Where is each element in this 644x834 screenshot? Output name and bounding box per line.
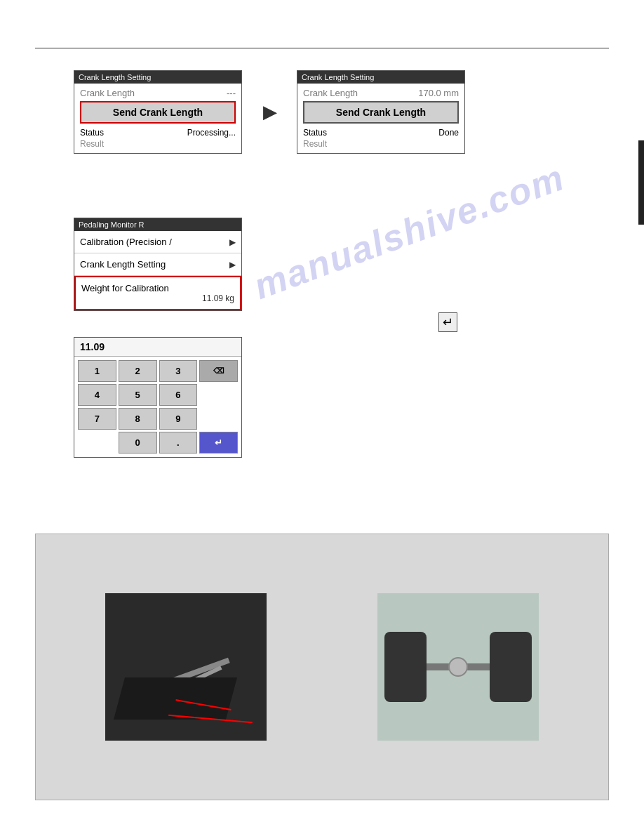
panels-row: Crank Length Setting Crank Length --- Se…	[74, 70, 465, 154]
menu-item-calibration-label: Calibration (Precision /	[80, 237, 172, 247]
key-enter[interactable]: ↵	[199, 432, 238, 454]
top-divider	[35, 48, 609, 48]
panel1-status-row: Status Processing...	[80, 128, 236, 138]
menu-item-crank-label: Crank Length Setting	[80, 259, 166, 270]
panel1-crank-label: Crank Length ---	[80, 88, 236, 98]
enter-icon: ↵	[438, 312, 457, 332]
keypad-display: 11.09	[74, 338, 241, 357]
key-3[interactable]: 3	[159, 360, 198, 382]
panel2-crank-label: Crank Length 170.0 mm	[303, 88, 459, 98]
photo-section	[35, 534, 609, 800]
send-crank-button-1[interactable]: Send Crank Length	[80, 101, 236, 124]
send-crank-button-2[interactable]: Send Crank Length	[303, 101, 459, 124]
key-0[interactable]: 0	[119, 432, 157, 454]
key-4[interactable]: 4	[78, 384, 116, 406]
weight-center	[448, 657, 468, 677]
crank-panel-before: Crank Length Setting Crank Length --- Se…	[74, 70, 242, 154]
menu-item-weight-label: Weight for Calibration	[81, 283, 169, 293]
panel1-result: Result	[80, 139, 236, 149]
key-9[interactable]: 9	[159, 408, 198, 430]
panel2-title: Crank Length Setting	[297, 71, 464, 84]
menu-arrow-calibration: ▶	[229, 237, 236, 247]
panel2-result: Result	[303, 139, 459, 149]
keypad-grid: 1 2 3 ⌫ 4 5 6 7 8 9 0 . ↵	[74, 357, 241, 457]
key-5[interactable]: 5	[119, 384, 157, 406]
panel1-title: Crank Length Setting	[74, 71, 241, 84]
key-dot[interactable]: .	[159, 432, 198, 454]
menu-item-weight[interactable]: Weight for Calibration 11.09 kg	[74, 276, 241, 310]
menu-item-crank[interactable]: Crank Length Setting ▶	[74, 253, 241, 276]
watermark: manualshive.com	[248, 156, 570, 307]
menu-arrow-crank: ▶	[229, 260, 236, 270]
key-empty-1	[199, 384, 238, 406]
key-8[interactable]: 8	[119, 408, 157, 430]
menu-item-weight-value: 11.09 kg	[202, 293, 234, 303]
panel2-status-row: Status Done	[303, 128, 459, 138]
key-1[interactable]: 1	[78, 360, 116, 382]
key-empty-2	[199, 408, 238, 430]
key-6[interactable]: 6	[159, 384, 198, 406]
pedaling-menu: Pedaling Monitor R Calibration (Precisio…	[74, 218, 242, 311]
keypad-container: 11.09 1 2 3 ⌫ 4 5 6 7 8 9 0 . ↵	[74, 337, 242, 458]
menu-item-calibration[interactable]: Calibration (Precision / ▶	[74, 231, 241, 253]
arrow-right: ▶	[263, 102, 276, 122]
weight-right	[490, 632, 532, 702]
key-2[interactable]: 2	[119, 360, 157, 382]
key-backspace[interactable]: ⌫	[199, 360, 238, 382]
photo-left	[105, 593, 267, 741]
right-black-bar	[638, 140, 644, 225]
key-7[interactable]: 7	[78, 408, 116, 430]
photo-right	[377, 593, 539, 741]
pedaling-menu-title: Pedaling Monitor R	[74, 218, 241, 231]
key-empty-3	[78, 432, 116, 454]
crank-panel-after: Crank Length Setting Crank Length 170.0 …	[297, 70, 465, 154]
weight-left	[384, 632, 427, 702]
